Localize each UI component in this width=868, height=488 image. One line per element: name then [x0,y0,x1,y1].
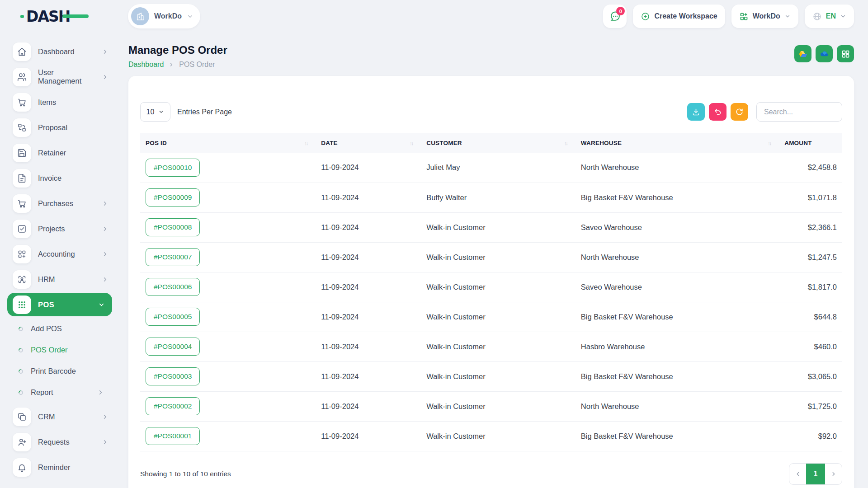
customer-cell: Juliet May [421,153,576,183]
workspace-selector[interactable]: WorkDo [128,4,200,28]
reset-button[interactable] [709,103,726,121]
header-action-buttons [794,45,854,62]
grid-view-button[interactable] [837,45,854,62]
chevron-right-icon [102,225,108,232]
sidebar-item-items[interactable]: Items [0,90,118,114]
pos-id-cell: #POS00005 [140,302,316,332]
column-header-date[interactable]: DATE↑↓ [316,133,421,153]
app-menu-button[interactable]: WorkDo [731,5,798,28]
table-action-buttons [687,103,748,121]
sidebar-item-dashboard[interactable]: Dashboard [0,40,118,63]
table-row: #POS0000611-09-2024Walk-in CustomerSaveo… [140,272,842,302]
sidebar-subitem-print-barcode[interactable]: Print Barcode [0,361,118,382]
sidebar-item-user-management[interactable]: User Management [0,65,118,89]
entries-per-page-select[interactable]: 10 [140,102,170,122]
chevron-right-icon [102,251,108,258]
table-controls: 10 Entries Per Page [140,102,842,122]
pagination-prev-button[interactable] [789,464,806,484]
table-row: #POS0000911-09-2024Buffy WalterBig Baske… [140,183,842,212]
warehouse-cell: Big Basket F&V Warehouse [576,361,779,391]
page-title: Manage POS Order [128,44,227,56]
overlap-squares-icon [13,408,31,426]
sidebar-item-crm[interactable]: CRM [0,405,118,428]
table-row: #POS0000311-09-2024Walk-in CustomerBig B… [140,361,842,391]
sidebar-submenu-pos: Add POSPOS OrderPrint BarcodeReport [0,318,118,403]
table-row: #POS0000811-09-2024Walk-in CustomerSaveo… [140,212,842,242]
pos-id-badge[interactable]: #POS00010 [146,159,200,177]
amount-cell: $2,458.8 [779,153,842,183]
chevron-down-icon [158,109,164,115]
sidebar-item-label: User Management [38,68,95,85]
pos-id-badge[interactable]: #POS00004 [146,338,200,356]
sort-icon[interactable]: ↑↓ [564,141,570,146]
pos-id-badge[interactable]: #POS00003 [146,367,200,385]
sidebar-subitem-report[interactable]: Report [0,382,118,403]
sidebar-item-purchases[interactable]: Purchases [0,192,118,215]
refresh-button[interactable] [731,103,748,121]
sidebar-item-pos[interactable]: POS [7,293,112,316]
messages-button[interactable]: 0 [603,5,627,28]
amount-cell: $2,366.1 [779,212,842,242]
sidebar-item-label: Dashboard [38,47,75,56]
column-header-customer[interactable]: CUSTOMER↑↓ [421,133,576,153]
sidebar-item-accounting[interactable]: Accounting [0,242,118,266]
column-header-pos-id[interactable]: POS ID↑↓ [140,133,316,153]
date-cell: 11-09-2024 [316,332,421,361]
date-cell: 11-09-2024 [316,183,421,212]
onedrive-button[interactable] [816,45,833,62]
create-workspace-button[interactable]: Create Workspace [633,5,725,28]
date-cell: 11-09-2024 [316,212,421,242]
sidebar-item-requests[interactable]: Requests [0,430,118,454]
table-row: #POS0000511-09-2024Walk-in CustomerBig B… [140,302,842,332]
search-input[interactable] [756,102,842,122]
pos-id-badge[interactable]: #POS00005 [146,308,200,326]
grid-plus-icon [13,245,31,263]
pos-id-badge[interactable]: #POS00009 [146,188,200,206]
grid-plus-icon [739,12,749,21]
sidebar-item-label: Reminder [38,463,71,472]
chevron-right-icon [102,276,108,283]
undo-icon [713,108,722,116]
globe-icon [812,12,822,21]
pagination-next-button[interactable] [825,464,842,484]
breadcrumb: Dashboard POS Order [128,61,227,69]
pos-id-badge[interactable]: #POS00006 [146,278,200,296]
brand-logo[interactable]: DASH [0,0,118,33]
sort-icon[interactable]: ↑↓ [410,141,415,146]
sidebar-item-invoice[interactable]: Invoice [0,166,118,190]
sidebar-item-projects[interactable]: Projects [0,217,118,240]
pos-id-badge[interactable]: #POS00002 [146,397,200,415]
create-workspace-label: Create Workspace [654,12,717,20]
cart-icon [13,93,31,112]
sidebar-item-hrm[interactable]: HRM [0,267,118,291]
sidebar-subitem-add-pos[interactable]: Add POS [0,318,118,339]
amount-cell: $1,725.0 [779,391,842,421]
pos-id-badge[interactable]: #POS00001 [146,427,200,445]
sidebar-item-label: Proposal [38,123,67,132]
warehouse-cell: Saveo Warehouse [576,212,779,242]
sidebar-item-label: HRM [38,275,55,284]
google-drive-button[interactable] [794,45,811,62]
sidebar-subitem-pos-order[interactable]: POS Order [0,339,118,361]
chevron-right-icon [97,389,104,396]
pos-id-badge[interactable]: #POS00008 [146,218,200,236]
sidebar-item-retainer[interactable]: Retainer [0,141,118,164]
pos-order-table: POS ID↑↓DATE↑↓CUSTOMER↑↓WAREHOUSE↑↓AMOUN… [140,133,842,451]
entries-per-page-label: Entries Per Page [177,108,232,116]
pos-id-badge[interactable]: #POS00007 [146,248,200,266]
sidebar-item-label: Retainer [38,149,66,157]
sidebar: DASH DashboardUser ManagementItemsPropos… [0,0,118,488]
language-selector[interactable]: EN [805,5,854,28]
chevron-right-icon [102,439,108,446]
sidebar-subitem-label: Print Barcode [31,367,76,375]
sort-icon[interactable]: ↑↓ [304,141,310,146]
main-content: Manage POS Order Dashboard POS Order 10 … [118,33,868,488]
breadcrumb-dashboard-link[interactable]: Dashboard [128,61,164,69]
sort-icon[interactable]: ↑↓ [768,141,774,146]
sidebar-item-reminder[interactable]: Reminder [0,455,118,479]
export-download-button[interactable] [687,103,705,121]
sidebar-item-proposal[interactable]: Proposal [0,116,118,139]
column-header-warehouse[interactable]: WAREHOUSE↑↓ [576,133,779,153]
sidebar-subitem-label: Add POS [31,324,62,333]
pagination-page-1[interactable]: 1 [806,464,825,484]
